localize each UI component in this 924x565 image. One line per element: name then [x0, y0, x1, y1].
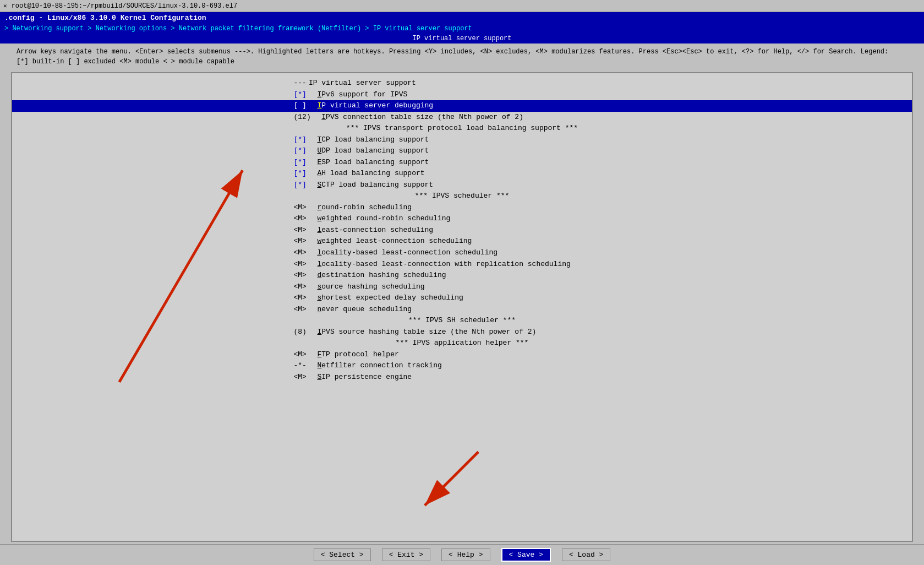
- close-icon[interactable]: ✕: [3, 2, 7, 9]
- help-line1: Arrow keys navigate the menu. <Enter> se…: [17, 47, 907, 57]
- separator-app: *** IPVS application helper ***: [12, 338, 912, 349]
- terminal-window: ✕ root@10-10-88-195:~/rpmbuild/SOURCES/l…: [0, 0, 924, 565]
- load-button[interactable]: < Load >: [562, 548, 610, 561]
- page-subtitle: IP virtual server support: [0, 34, 924, 44]
- button-bar: < Select > < Exit > < Help > < Save > < …: [0, 544, 924, 565]
- save-button[interactable]: < Save >: [501, 548, 551, 562]
- list-item[interactable]: <M> destination hashing scheduling: [12, 270, 912, 281]
- window-titlebar: ✕ root@10-10-88-195:~/rpmbuild/SOURCES/l…: [0, 0, 924, 12]
- menu-content: --- IP virtual server support [*] IPv6 s…: [12, 73, 912, 387]
- list-item[interactable]: [*] SCTP load balancing support: [12, 180, 912, 191]
- help-text: Arrow keys navigate the menu. <Enter> se…: [0, 44, 924, 70]
- list-item[interactable]: [*] TCP load balancing support: [12, 134, 912, 146]
- list-item[interactable]: <M> least-connection scheduling: [12, 225, 912, 236]
- svg-line-3: [425, 452, 478, 505]
- exit-button[interactable]: < Exit >: [382, 548, 430, 561]
- list-item[interactable]: [*] IPv6 support for IPVS: [12, 89, 912, 101]
- list-item[interactable]: <M> shortest expected delay scheduling: [12, 292, 912, 304]
- main-panel: --- IP virtual server support [*] IPv6 s…: [11, 72, 913, 542]
- separator-transport: *** IPVS transport protocol load balanci…: [12, 123, 912, 134]
- window-title: root@10-10-88-195:~/rpmbuild/SOURCES/lin…: [12, 2, 237, 10]
- list-item[interactable]: [*] UDP load balancing support: [12, 145, 912, 157]
- breadcrumb: > Networking support > Networking option…: [0, 24, 924, 34]
- list-item[interactable]: <M> SIP persistence engine: [12, 372, 912, 383]
- config-titlebar: .config - Linux/x86 3.10.0 Kernel Config…: [0, 12, 924, 24]
- list-item[interactable]: [*] AH load balancing support: [12, 168, 912, 180]
- list-item[interactable]: <M> FTP protocol helper: [12, 349, 912, 361]
- list-item[interactable]: <M> source hashing scheduling: [12, 281, 912, 293]
- help-button[interactable]: < Help >: [441, 548, 490, 561]
- list-item[interactable]: --- IP virtual server support: [12, 78, 912, 89]
- help-line2: [*] built-in [ ] excluded <M> module < >…: [17, 57, 907, 67]
- separator-sh: *** IPVS SH scheduler ***: [12, 315, 912, 327]
- list-item[interactable]: [*] ESP load balancing support: [12, 157, 912, 169]
- list-item[interactable]: (12) IPVS connection table size (the Nth…: [12, 112, 912, 123]
- list-item[interactable]: <M> locality-based least-connection with…: [12, 259, 912, 270]
- list-item[interactable]: <M> never queue scheduling: [12, 304, 912, 316]
- list-item[interactable]: <M> locality-based least-connection sche…: [12, 247, 912, 259]
- list-item[interactable]: (8) IPVS source hashing table size (the …: [12, 327, 912, 338]
- select-button[interactable]: < Select >: [314, 548, 371, 561]
- list-item[interactable]: <M> weighted round-robin scheduling: [12, 213, 912, 225]
- list-item[interactable]: <M> weighted least-connection scheduling: [12, 236, 912, 247]
- list-item[interactable]: -*- Netfilter connection tracking: [12, 360, 912, 372]
- separator-scheduler: *** IPVS scheduler ***: [12, 191, 912, 202]
- menu-item-debug[interactable]: [ ] IP virtual server debugging: [12, 100, 912, 112]
- list-item[interactable]: <M> round-robin scheduling: [12, 202, 912, 214]
